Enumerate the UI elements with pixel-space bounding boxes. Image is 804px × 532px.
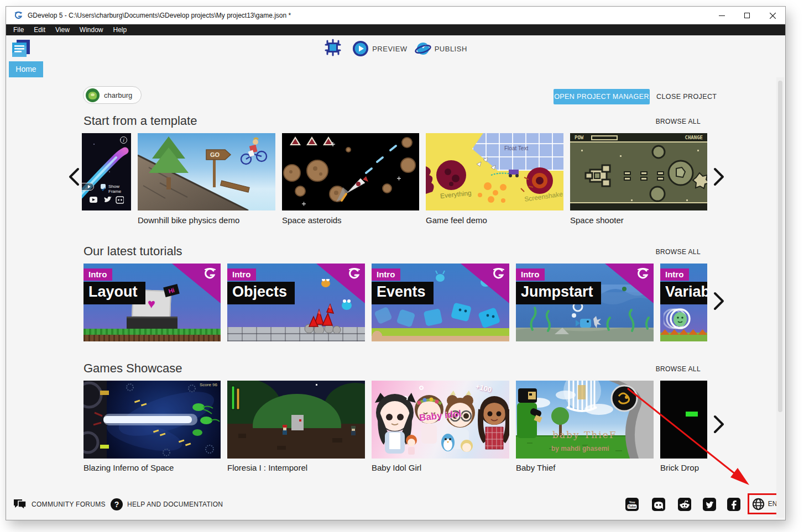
gdevelop-corner-badge (172, 264, 221, 303)
showcase-card-babyidol[interactable]: Baby idol +100 (372, 381, 509, 459)
bike-rider (241, 138, 267, 164)
chevron-right-icon (712, 167, 725, 186)
showcase-card-blazing[interactable]: Score 96 (83, 381, 221, 459)
facebook-button[interactable] (727, 498, 740, 511)
tutorial-card-events[interactable]: Intro Events (372, 264, 509, 341)
tutorials-right-button[interactable] (712, 292, 725, 310)
twitter-icon (703, 498, 716, 511)
debugger-button[interactable] (324, 39, 342, 59)
chevron-right-icon (712, 415, 725, 434)
tutorial-card-objects[interactable]: Intro Objects (227, 264, 365, 341)
carousel-left-button[interactable] (67, 167, 81, 186)
small-child (406, 435, 417, 455)
window-title: GDevelop 5 - C:\Users\charburg\Documents… (28, 12, 291, 19)
svg-text:Tube: Tube (628, 504, 636, 508)
chevron-left-icon (67, 167, 81, 186)
community-forums-button[interactable]: COMMUNITY FORUMS (13, 498, 106, 511)
discord-mini-icon (116, 197, 124, 203)
globe-icon (752, 498, 765, 510)
language-code-label: EN (768, 500, 777, 508)
menu-window[interactable]: Window (75, 26, 108, 34)
youtube-button[interactable]: You Tube (625, 498, 639, 511)
scrollbar-thumb[interactable] (778, 81, 782, 412)
menu-edit[interactable]: Edit (29, 26, 50, 34)
gdevelop-g-icon (492, 267, 505, 280)
show-frame-label: Show Frame (108, 184, 131, 194)
youtube-mini-icon (90, 197, 97, 203)
close-project-button[interactable]: CLOSE PROJECT (654, 89, 719, 104)
maximize-button[interactable] (734, 7, 760, 24)
section-title-tutorials: Our latest tutorials (83, 244, 182, 259)
tutorial-title-objects: Objects (227, 282, 295, 304)
username: charburg (104, 91, 132, 99)
show-frame-checkbox[interactable] (101, 184, 106, 189)
minimize-button[interactable] (709, 7, 734, 24)
babythief-author-text: by mahdi ghasemi (551, 445, 609, 452)
template-card-gamefeel[interactable]: Float Text Everything Screenshake (426, 133, 563, 210)
template-title-shooter: Space shooter (570, 215, 624, 225)
tab-home[interactable]: Home (9, 61, 43, 77)
template-card-shooter[interactable]: POW CHANGE (570, 133, 707, 210)
showcase-card-floresia[interactable] (227, 381, 365, 459)
thief-character (517, 388, 542, 438)
discord-button[interactable] (652, 498, 665, 511)
browse-all-tutorials[interactable]: BROWSE ALL (656, 248, 701, 256)
youtube-icon: You Tube (625, 498, 639, 511)
publish-button[interactable]: PUBLISH (415, 40, 467, 57)
showcase-title-blazing: Blazing Inferno of Space (83, 463, 174, 472)
browse-all-showcase[interactable]: BROWSE ALL (656, 365, 701, 373)
forum-icon (13, 498, 28, 511)
user-chip[interactable]: charburg (83, 86, 142, 104)
penguin (441, 434, 455, 451)
gdevelop-g-icon (203, 267, 216, 280)
browse-all-templates[interactable]: BROWSE ALL (656, 118, 701, 125)
templates-right-button[interactable] (712, 167, 725, 186)
intro-badge: Intro (83, 268, 112, 281)
tutorial-title-events: Events (372, 282, 434, 304)
debugger-chip-icon (324, 39, 342, 56)
help-docs-button[interactable]: ? HELP AND DOCUMENTATION (110, 498, 223, 511)
showcase-title-brickdrop: Brick Drop (660, 463, 699, 472)
twitter-button[interactable] (703, 498, 716, 511)
tutorial-card-jumpstart[interactable]: Intro Jumpstart (516, 264, 654, 341)
fish-sprite (576, 316, 601, 328)
section-title-templates: Start from a template (83, 114, 197, 128)
showcase-title-floresia: Floresia I : Intemporel (227, 463, 307, 472)
template-card-partial[interactable]: i Show Frame (82, 133, 131, 210)
template-card-downhill[interactable]: GO (138, 133, 275, 210)
scrollbar-track[interactable] (776, 77, 784, 518)
title-bar: GDevelop 5 - C:\Users\charburg\Documents… (6, 7, 785, 24)
publish-planet-icon (415, 40, 431, 57)
showcase-card-brickdrop[interactable] (660, 381, 707, 459)
help-docs-label: HELP AND DOCUMENTATION (127, 501, 223, 508)
intro-badge: Intro (516, 268, 545, 281)
reddit-button[interactable] (678, 498, 691, 511)
info-icon[interactable]: i (120, 136, 127, 144)
svg-text:You: You (629, 500, 635, 504)
help-icon: ? (110, 498, 123, 511)
reddit-icon (678, 498, 691, 511)
close-button[interactable] (760, 7, 785, 24)
tutorial-title-layout: Layout (83, 282, 145, 304)
gdevelop-g-icon (347, 267, 361, 280)
template-card-asteroids[interactable] (282, 133, 419, 210)
menu-view[interactable]: View (50, 26, 75, 34)
open-project-manager-button[interactable]: OPEN PROJECT MANAGER (554, 89, 650, 104)
menu-file[interactable]: File (6, 26, 29, 34)
showcase-title-babythief: Baby Thief (516, 463, 555, 472)
preview-label: PREVIEW (372, 45, 407, 53)
tutorial-card-layout[interactable]: ♥ Hi Intro Layout (83, 264, 221, 341)
template-title-gamefeel: Game feel demo (426, 215, 487, 225)
showcase-right-button[interactable] (712, 415, 725, 434)
showcase-card-babythief[interactable]: baby ThieF by mahdi ghasemi (516, 381, 654, 459)
tutorial-card-variables[interactable]: +1 Intro Variables (660, 264, 707, 341)
lives-icons (290, 136, 334, 145)
score-label: Score 96 (200, 382, 217, 387)
play-pill-icon[interactable] (82, 183, 94, 191)
intro-badge: Intro (660, 268, 689, 281)
hi-chip: Hi (163, 284, 180, 297)
menu-help[interactable]: Help (108, 26, 132, 34)
preview-button[interactable]: PREVIEW (352, 40, 407, 57)
pixel-ship (586, 165, 610, 186)
language-button[interactable]: EN (752, 498, 777, 510)
